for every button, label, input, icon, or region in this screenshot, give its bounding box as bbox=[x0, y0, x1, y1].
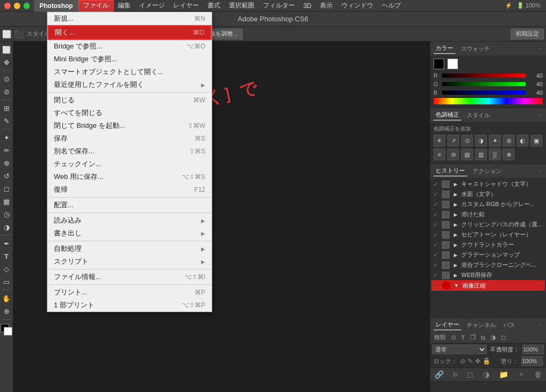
lock-all[interactable]: 🔒 bbox=[483, 357, 491, 365]
menu-file[interactable]: ファイル bbox=[78, 0, 114, 12]
menu-save[interactable]: 保存 ⌘S bbox=[47, 132, 212, 145]
history-item-3[interactable]: ✓ ▶ 溶けた鉛 bbox=[431, 209, 545, 219]
filter-icon6[interactable]: ◻ bbox=[500, 333, 508, 341]
menu-checkin[interactable]: チェックイン... bbox=[47, 158, 212, 170]
lasso-tool[interactable]: ⊙ bbox=[1, 73, 12, 85]
color-swatches[interactable] bbox=[1, 324, 12, 336]
fill-input[interactable] bbox=[521, 356, 543, 366]
menu-bridge[interactable]: Bridge で参照... ⌥⌘O bbox=[47, 40, 212, 53]
adj-hue[interactable]: ◑ bbox=[475, 135, 487, 146]
filter-icon2[interactable]: T bbox=[460, 334, 467, 341]
adj-brightness[interactable]: ☀ bbox=[433, 135, 445, 146]
filter-icon4[interactable]: fx bbox=[479, 334, 487, 341]
opacity-input[interactable] bbox=[523, 345, 544, 354]
tab-paths[interactable]: パス bbox=[501, 320, 517, 330]
brush-tool[interactable]: ✏ bbox=[1, 144, 12, 156]
menu-select[interactable]: 選択範囲 bbox=[224, 0, 259, 12]
filter-icon3[interactable]: ❒ bbox=[469, 333, 477, 341]
color-panel-minimize[interactable]: － bbox=[537, 45, 543, 52]
adj-gradient2[interactable]: ▒ bbox=[489, 149, 501, 160]
color-bg-swatch[interactable] bbox=[447, 59, 458, 69]
adj-selective[interactable]: ⊕ bbox=[503, 149, 515, 160]
menu-automate[interactable]: 自動処理 bbox=[47, 242, 212, 255]
healing-tool[interactable]: ✦ bbox=[1, 132, 12, 143]
adj-channelmix[interactable]: ≡ bbox=[433, 149, 445, 160]
menu-close-bridge[interactable]: 閉じて Bridge を起動... ⇧⌘W bbox=[47, 119, 212, 132]
menu-filter[interactable]: フィルター bbox=[259, 0, 299, 12]
history-item-7[interactable]: ✓ ▶ グラデーションマップ bbox=[431, 250, 545, 260]
new-layer-icon[interactable]: ＋ bbox=[517, 370, 525, 379]
menu-image[interactable]: イメージ bbox=[135, 0, 169, 12]
menu-revert[interactable]: 復帰 F12 bbox=[47, 183, 212, 196]
link-layers-icon[interactable]: 🔗 bbox=[435, 370, 444, 379]
color-spectrum[interactable] bbox=[433, 98, 543, 104]
adj-exposure[interactable]: ⊙ bbox=[461, 135, 473, 146]
adj-layer-icon[interactable]: ◑ bbox=[483, 370, 489, 379]
hand-tool[interactable]: ✋ bbox=[1, 292, 12, 304]
menu-smart-open[interactable]: スマートオブジェクトとして開く... bbox=[47, 66, 212, 78]
tab-style[interactable]: スタイル bbox=[464, 110, 492, 120]
menu-edit[interactable]: 編集 bbox=[114, 0, 135, 12]
menu-scripts[interactable]: スクリプト bbox=[47, 255, 212, 268]
adj-colorbalance[interactable]: ⊛ bbox=[503, 135, 515, 146]
minimize-button[interactable] bbox=[14, 3, 20, 9]
menu-mini-bridge[interactable]: Mini Bridge で参照... bbox=[47, 53, 212, 66]
history-item-8[interactable]: ✓ ▶ 溶合ブラシクローニングベ... bbox=[431, 260, 545, 270]
tab-swatch[interactable]: スウォッチ bbox=[459, 44, 492, 54]
menu-import[interactable]: 読み込み bbox=[47, 214, 212, 227]
adj-vibrance[interactable]: ✦ bbox=[489, 135, 501, 146]
background-color[interactable] bbox=[4, 327, 12, 336]
menu-text[interactable]: 書式 bbox=[203, 0, 224, 12]
lock-transparent[interactable]: ⊘ bbox=[460, 357, 465, 365]
menu-layer[interactable]: レイヤー bbox=[169, 0, 203, 12]
adj-panel-minimize[interactable]: － bbox=[537, 111, 543, 119]
history-item-0[interactable]: ✓ ▶ キャストシャドウ（文字） bbox=[431, 179, 545, 189]
lock-position[interactable]: ✥ bbox=[475, 357, 480, 365]
fx-icon[interactable]: fx bbox=[453, 371, 458, 378]
delete-layer-icon[interactable]: 🗑 bbox=[534, 370, 542, 379]
menu-export[interactable]: 書き出し bbox=[47, 227, 212, 240]
b-slider[interactable] bbox=[442, 91, 526, 95]
dodge-tool[interactable]: ◑ bbox=[1, 221, 12, 233]
adj-posterize[interactable]: ▤ bbox=[461, 149, 473, 160]
menu-open[interactable]: 開く... ⌘O bbox=[47, 25, 212, 40]
layers-panel-minimize[interactable]: － bbox=[537, 321, 543, 329]
color-fg-swatch[interactable] bbox=[433, 59, 444, 69]
tab-color[interactable]: カラー bbox=[433, 43, 455, 54]
menu-print-one[interactable]: 1 部プリント ⌥⇧⌘P bbox=[47, 299, 212, 312]
reset-button[interactable]: 初期設定 bbox=[511, 29, 544, 39]
menu-new[interactable]: 新規... ⌘N bbox=[47, 12, 212, 25]
mask-icon[interactable]: ◻ bbox=[467, 370, 473, 379]
menu-window[interactable]: ウィンドウ bbox=[337, 0, 378, 12]
close-button[interactable] bbox=[4, 3, 11, 9]
menu-place[interactable]: 配置... bbox=[47, 199, 212, 211]
pen-tool[interactable]: ✒ bbox=[1, 238, 12, 249]
menu-help[interactable]: ヘルプ bbox=[378, 0, 405, 12]
history-item-4[interactable]: ✓ ▶ クリッピングパスの作成（選... bbox=[431, 219, 545, 230]
adj-curves[interactable]: ↗ bbox=[447, 135, 459, 146]
marquee-tool[interactable]: ⬜ bbox=[1, 44, 12, 55]
history-item-6[interactable]: ✓ ▶ クウドラントカラー bbox=[431, 240, 545, 250]
zoom-tool[interactable]: ⊕ bbox=[1, 305, 12, 317]
history-brush-tool[interactable]: ↺ bbox=[1, 170, 12, 182]
blending-mode-select[interactable]: 通常 bbox=[432, 345, 487, 354]
blur-tool[interactable]: ◷ bbox=[1, 208, 12, 220]
adj-invert[interactable]: ⊖ bbox=[447, 149, 459, 160]
menu-3d[interactable]: 3D bbox=[299, 0, 316, 12]
history-item-2[interactable]: ✓ ▶ カスタム RGB からグレー... bbox=[431, 199, 545, 209]
menu-print[interactable]: プリント... ⌘P bbox=[47, 286, 212, 299]
text-tool[interactable]: T bbox=[1, 250, 12, 262]
history-item-9[interactable]: ✓ ▶ WEB用保存 bbox=[431, 270, 545, 280]
tab-layers[interactable]: レイヤー bbox=[433, 320, 461, 330]
magic-wand-tool[interactable]: ⊘ bbox=[1, 86, 12, 97]
maximize-button[interactable] bbox=[23, 3, 30, 9]
adj-threshold[interactable]: ▥ bbox=[475, 149, 487, 160]
menu-fileinfo[interactable]: ファイル情報... ⌥⇧⌘I bbox=[47, 271, 212, 283]
menu-web-save[interactable]: Web 用に保存... ⌥⇧⌘S bbox=[47, 170, 212, 183]
crop-tool[interactable]: ⊞ bbox=[1, 102, 12, 114]
move-tool[interactable]: ✥ bbox=[1, 56, 12, 68]
history-item-5[interactable]: ✓ ▶ セピアトーン（レイヤー） bbox=[431, 230, 545, 240]
tab-history[interactable]: ヒストリー bbox=[433, 166, 467, 176]
history-panel-minimize[interactable]: － bbox=[537, 167, 543, 175]
history-item-1[interactable]: ✓ ▶ 水面（文字） bbox=[431, 189, 545, 199]
